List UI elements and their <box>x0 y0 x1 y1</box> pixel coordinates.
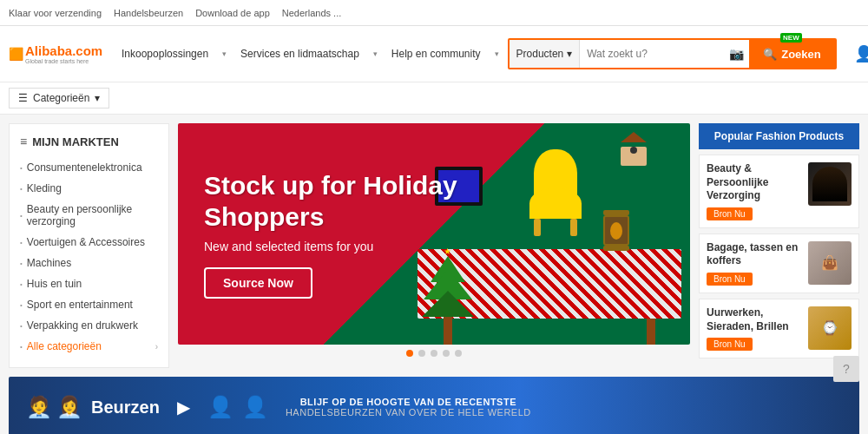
search-input[interactable] <box>580 40 724 68</box>
beurs-title: Beurzen <box>91 398 160 418</box>
fashion-item-bagage-image: 👜 <box>808 241 852 285</box>
beurs-description: BLIJF OP DE HOOGTE VAN DE RECENTSTE HAND… <box>286 397 531 418</box>
top-nav-language[interactable]: Nederlands ... <box>282 8 341 18</box>
dot-icon: • <box>20 212 23 220</box>
chevron-services-icon: ▾ <box>373 49 378 58</box>
header: 🟧 Alibaba.com Global trade starts here I… <box>0 26 868 82</box>
sidebar-item-beauty[interactable]: • Beauty en persoonlijke verzorging <box>20 199 158 232</box>
new-badge: NEW <box>780 33 802 43</box>
fashion-item-watches-title: Uurwerken, Sieraden, Brillen <box>707 306 801 333</box>
banner-area: Stock up for Holiday Shoppers New and se… <box>178 123 690 368</box>
top-nav: Klaar voor verzending Handelsbeurzen Dow… <box>0 0 868 26</box>
fashion-item-watches-button[interactable]: Bron Nu <box>707 338 753 351</box>
lantern-decoration <box>603 210 629 249</box>
beurs-banner[interactable]: 🧑‍💼 👩‍💼 Beurzen ▶ 👤 👤 BLIJF OP DE HOOGTE… <box>9 377 859 434</box>
categories-label: Categorieën <box>33 92 89 104</box>
hero-banner: Stock up for Holiday Shoppers New and se… <box>178 123 690 345</box>
dot-icon: • <box>20 239 23 247</box>
fashion-item-beauty: Beauty & Persoonlijke Verzorging Bron Nu <box>699 155 859 228</box>
dot-icon: • <box>20 185 23 193</box>
sidebar-item-label-beauty: Beauty en persoonlijke verzorging <box>27 203 158 227</box>
banner-heading: Stock up for Holiday Shoppers <box>204 170 457 233</box>
sidebar-item-label-elektronica: Consumentenelektronica <box>27 161 142 174</box>
top-nav-trade[interactable]: Handelsbeurzen <box>114 8 183 18</box>
camera-icon[interactable]: 📷 <box>724 47 749 61</box>
banner-dot-3[interactable] <box>431 350 437 357</box>
fashion-item-beauty-info: Beauty & Persoonlijke Verzorging Bron Nu <box>707 162 801 220</box>
chevron-help-icon: ▾ <box>495 49 499 58</box>
logo-tagline: Global trade starts here <box>25 58 102 64</box>
logo-text: Alibaba.com <box>25 43 102 58</box>
top-nav-download[interactable]: Download de app <box>195 8 270 18</box>
watch-icon: ⌚ <box>821 319 838 336</box>
search-button[interactable]: 🔍 Zoeken <box>749 40 835 68</box>
beurs-figures: 🧑‍💼 👩‍💼 <box>26 395 82 419</box>
search-type-label: Producten <box>516 48 564 60</box>
sidebar-item-all-categories[interactable]: • Alle categorieën › <box>20 336 158 357</box>
beurs-right: 👤 👤 BLIJF OP DE HOOGTE VAN DE RECENTSTE … <box>207 395 842 419</box>
nav-inkoopoplossingen[interactable]: Inkoopoplossingen <box>122 48 208 60</box>
search-button-label: Zoeken <box>781 48 821 61</box>
header-actions: 👤 Aanmelden · Wor... Mijn Alibaba 🛒 Best… <box>854 33 868 75</box>
sidebar-item-label-kleding: Kleding <box>27 182 62 194</box>
sidebar-item-voertuigen[interactable]: • Voertuigen & Accessoires <box>20 232 158 253</box>
fashion-item-beauty-image <box>808 162 852 206</box>
nav-help[interactable]: Help en community <box>391 48 481 60</box>
beurs-figure-2: 👩‍💼 <box>56 395 82 419</box>
sidebar-item-huis[interactable]: • Huis en tuin <box>20 273 158 294</box>
sidebar-item-label-verpakking: Verpakking en drukwerk <box>27 319 138 332</box>
fashion-item-watches-info: Uurwerken, Sieraden, Brillen Bron Nu <box>707 306 801 351</box>
sidebar-title-text: MIJN MARKTEN <box>32 135 119 148</box>
beurs-person-icon-1: 👤 <box>207 395 233 419</box>
categories-menu[interactable]: ☰ Categorieën ▾ <box>9 88 109 108</box>
fashion-item-watches-image: ⌚ <box>808 306 852 350</box>
fashion-item-bagage: Bagage, tassen en koffers Bron Nu 👜 <box>699 233 859 293</box>
scroll-icon: ? <box>843 362 850 376</box>
table-leg-right-decoration <box>647 319 655 345</box>
search-type-dropdown[interactable]: Producten ▾ <box>510 40 581 68</box>
fashion-item-bagage-title: Bagage, tassen en koffers <box>707 241 801 268</box>
dot-icon: • <box>20 280 23 288</box>
banner-sub: New and selected items for you <box>204 240 457 253</box>
sidebar-item-sport[interactable]: • Sport en entertainment <box>20 294 158 315</box>
fashion-item-bagage-button[interactable]: Bron Nu <box>707 273 753 286</box>
beurs-figure-1: 🧑‍💼 <box>26 395 52 419</box>
nav-services[interactable]: Services en lidmaatschap <box>240 48 359 60</box>
chair-decoration <box>525 149 586 236</box>
bag-icon: 👜 <box>821 254 838 271</box>
chevron-search-type-icon: ▾ <box>567 48 572 60</box>
banner-dot-2[interactable] <box>418 350 425 357</box>
sidebar-item-verpakking[interactable]: • Verpakking en drukwerk <box>20 315 158 336</box>
beurs-person-icon-2: 👤 <box>242 395 268 419</box>
header-nav: Inkoopoplossingen ▾ Services en lidmaats… <box>122 48 499 60</box>
hamburger-icon: ☰ <box>18 92 28 104</box>
dot-icon: • <box>20 301 23 309</box>
sidebar-item-elektronica[interactable]: • Consumentenelektronica <box>20 157 158 178</box>
chevron-inkoopoplossingen-icon: ▾ <box>222 49 227 58</box>
chevron-categories-icon: ▾ <box>95 92 100 104</box>
banner-text: Stock up for Holiday Shoppers New and se… <box>178 144 483 325</box>
fashion-item-beauty-button[interactable]: Bron Nu <box>707 207 753 220</box>
banner-dot-4[interactable] <box>443 350 450 357</box>
banner-dots <box>178 350 690 357</box>
dot-icon: • <box>20 260 23 267</box>
scroll-to-top-button[interactable]: ? <box>833 356 859 382</box>
beurs-arrow-icon: ▶ <box>177 397 190 418</box>
logo[interactable]: 🟧 Alibaba.com Global trade starts here <box>9 43 113 64</box>
sidebar: ≡ MIJN MARKTEN • Consumentenelektronica … <box>9 123 169 368</box>
search-area: Producten ▾ 📷 NEW 🔍 Zoeken <box>508 38 837 69</box>
banner-dot-1[interactable] <box>406 350 413 357</box>
sidebar-item-machines[interactable]: • Machines <box>20 253 158 273</box>
fashion-item-bagage-info: Bagage, tassen en koffers Bron Nu <box>707 241 801 286</box>
secondary-nav: ☰ Categorieën ▾ <box>0 82 868 115</box>
right-panel: Popular Fashion Products Beauty & Persoo… <box>699 123 859 368</box>
top-nav-links: Klaar voor verzending Handelsbeurzen Dow… <box>9 8 341 18</box>
birdhouse-decoration <box>621 132 647 166</box>
account-icon: 👤 <box>854 44 868 63</box>
banner-dot-5[interactable] <box>455 350 462 357</box>
top-nav-ready[interactable]: Klaar voor verzending <box>9 8 102 18</box>
sidebar-item-kleding[interactable]: • Kleding <box>20 178 158 199</box>
source-now-button[interactable]: Source Now <box>204 267 312 299</box>
arrow-all-icon: › <box>155 342 158 352</box>
account-action[interactable]: 👤 Aanmelden · Wor... Mijn Alibaba <box>854 33 868 75</box>
